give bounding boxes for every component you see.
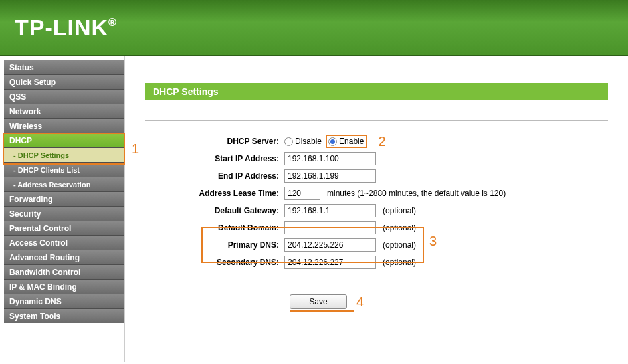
end-ip-label: End IP Address: xyxy=(145,171,284,181)
sidebar-item-ip-mac-binding[interactable]: IP & MAC Binding xyxy=(4,280,124,294)
header: TP-LINK® xyxy=(0,0,628,56)
dhcp-disable-radio[interactable]: Disable xyxy=(284,137,322,146)
main-content: DHCP Settings DHCP Server: Disable Enabl… xyxy=(125,56,628,362)
sidebar-item-security[interactable]: Security xyxy=(4,207,124,221)
sidebar-item-wireless[interactable]: Wireless xyxy=(4,119,124,134)
sidebar-item-network[interactable]: Network xyxy=(4,104,124,119)
radio-icon xyxy=(284,137,293,146)
primary-dns-input[interactable] xyxy=(284,238,376,252)
annotation-3: 3 xyxy=(429,234,437,249)
sidebar-item-quick-setup[interactable]: Quick Setup xyxy=(4,75,124,90)
gateway-input[interactable] xyxy=(284,204,376,217)
sidebar-item-bandwidth-control[interactable]: Bandwidth Control xyxy=(4,265,124,280)
page-title: DHCP Settings xyxy=(145,83,608,100)
lease-hint: minutes (1~2880 minutes, the default val… xyxy=(327,189,506,198)
brand-logo: TP-LINK® xyxy=(15,15,117,40)
sidebar-item-access-control[interactable]: Access Control xyxy=(4,236,124,250)
radio-icon xyxy=(328,137,337,146)
domain-input[interactable] xyxy=(284,221,376,234)
secondary-dns-label: Secondary DNS: xyxy=(145,258,284,267)
annotation-underline-4 xyxy=(290,310,354,312)
sidebar: Status Quick Setup QSS Network Wireless … xyxy=(0,56,125,362)
annotation-2: 2 xyxy=(378,134,385,149)
domain-label: Default Domain: xyxy=(145,223,284,232)
registered-icon: ® xyxy=(108,17,117,28)
sidebar-item-forwarding[interactable]: Forwarding xyxy=(4,192,124,207)
sidebar-item-dhcp[interactable]: DHCP xyxy=(4,134,124,148)
domain-optional: (optional) xyxy=(383,223,416,232)
primary-dns-label: Primary DNS: xyxy=(145,240,284,250)
dhcp-enable-radio[interactable]: Enable xyxy=(328,137,364,146)
sidebar-sub-address-reservation[interactable]: - Address Reservation xyxy=(4,177,124,192)
divider-top xyxy=(145,120,608,121)
start-ip-label: Start IP Address: xyxy=(145,154,284,163)
lease-input[interactable] xyxy=(284,187,320,200)
brand-text: TP-LINK xyxy=(15,15,108,40)
gateway-label: Default Gateway: xyxy=(145,206,284,215)
sdns-optional: (optional) xyxy=(383,258,416,267)
annotation-box-2: Enable xyxy=(326,135,367,148)
annotation-4: 4 xyxy=(356,294,364,310)
divider-bottom xyxy=(145,282,608,282)
sidebar-item-system-tools[interactable]: System Tools xyxy=(4,309,124,323)
dhcp-server-label: DHCP Server: xyxy=(145,137,284,146)
sidebar-item-qss[interactable]: QSS xyxy=(4,90,124,104)
gateway-optional: (optional) xyxy=(383,206,416,215)
secondary-dns-input[interactable] xyxy=(284,256,376,269)
enable-label: Enable xyxy=(339,137,364,146)
sidebar-item-parental-control[interactable]: Parental Control xyxy=(4,221,124,236)
sidebar-item-dynamic-dns[interactable]: Dynamic DNS xyxy=(4,294,124,309)
lease-label: Address Lease Time: xyxy=(145,189,284,198)
sidebar-sub-dhcp-clients[interactable]: - DHCP Clients List xyxy=(4,163,124,177)
end-ip-input[interactable] xyxy=(284,169,376,183)
sidebar-item-status[interactable]: Status xyxy=(4,60,124,75)
save-button[interactable]: Save xyxy=(290,294,347,309)
start-ip-input[interactable] xyxy=(284,152,376,165)
sidebar-item-advanced-routing[interactable]: Advanced Routing xyxy=(4,250,124,265)
sidebar-sub-dhcp-settings[interactable]: - DHCP Settings xyxy=(4,148,124,163)
pdns-optional: (optional) xyxy=(383,240,416,250)
disable-label: Disable xyxy=(295,137,322,146)
